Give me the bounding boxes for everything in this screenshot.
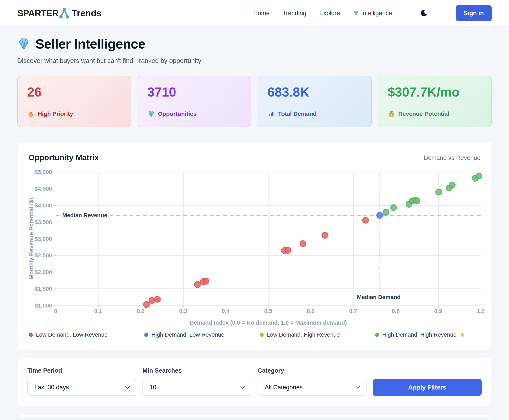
y-tick-mark bbox=[53, 239, 56, 239]
y-tick-label: $1,500 bbox=[35, 286, 52, 292]
nav-item-trending[interactable]: Trending bbox=[283, 10, 306, 17]
y-gridline bbox=[56, 305, 481, 306]
y-tick-mark bbox=[53, 288, 56, 289]
scatter-point[interactable] bbox=[435, 189, 442, 195]
stat-label: High Priority bbox=[38, 111, 73, 117]
brand-logo[interactable]: SPARTER Trends bbox=[17, 8, 101, 19]
scatter-point[interactable] bbox=[476, 173, 482, 179]
money-bag-icon: $ bbox=[388, 110, 395, 118]
scatter-point[interactable] bbox=[143, 301, 150, 308]
x-tick-label: 1.0 bbox=[477, 308, 485, 315]
page-subtitle: Discover what buyers want but can't find… bbox=[17, 57, 492, 65]
x-tick-label: 0.9 bbox=[434, 308, 442, 315]
stat-card-high-priority: 26 High Priority bbox=[17, 76, 131, 127]
scatter-point[interactable] bbox=[322, 232, 328, 239]
stat-card-total-demand: 683.8K Total Demand bbox=[258, 76, 372, 127]
scatter-point[interactable] bbox=[203, 278, 209, 285]
scatter-point[interactable] bbox=[285, 247, 291, 254]
stat-label: Opportunities bbox=[158, 111, 197, 117]
stat-value: $307.7K/mo bbox=[388, 84, 482, 99]
y-gridline bbox=[56, 255, 481, 256]
y-tick-label: $4,500 bbox=[35, 185, 52, 192]
stat-value: 683.8K bbox=[267, 84, 362, 99]
filter-label: Category bbox=[258, 367, 367, 374]
scatter-point[interactable] bbox=[362, 217, 369, 224]
y-tick-mark bbox=[53, 205, 56, 206]
filter-time-period: Time Period Last 30 days bbox=[27, 367, 136, 396]
y-tick-mark bbox=[53, 172, 56, 172]
nav-item-intelligence[interactable]: Intelligence bbox=[353, 10, 392, 17]
median-revenue-label: Median Revenue bbox=[60, 211, 110, 219]
legend-label: High Demand, High Revenue bbox=[383, 331, 457, 338]
x-tick-label: 0.8 bbox=[392, 308, 399, 315]
y-tick-label: $4,000 bbox=[35, 202, 52, 209]
scatter-point[interactable] bbox=[376, 212, 383, 219]
nav-item-explore[interactable]: Explore bbox=[319, 10, 340, 17]
stat-card-opportunities: 3710 Opportunities bbox=[138, 76, 251, 127]
filter-category: Category All Categories bbox=[258, 367, 367, 396]
bar-chart-icon bbox=[267, 110, 275, 118]
x-tick-mark bbox=[481, 305, 481, 308]
stat-label: Total Demand bbox=[278, 111, 317, 117]
x-tick-label: 0.4 bbox=[222, 308, 229, 315]
time-period-select[interactable]: Last 30 days bbox=[27, 379, 136, 396]
y-tick-label: $3,000 bbox=[35, 236, 52, 242]
y-axis-tick-labels: $1,000$1,500$2,000$2,500$3,000$3,500$4,0… bbox=[17, 172, 52, 306]
legend-swatch bbox=[375, 333, 379, 337]
x-axis-title: Demand Index (0.0 = No demand, 1.0 = Max… bbox=[190, 320, 347, 326]
y-tick-mark bbox=[53, 255, 56, 256]
scatter-point[interactable] bbox=[194, 281, 201, 288]
y-gridline bbox=[56, 288, 481, 289]
sign-in-button[interactable]: Sign in bbox=[456, 5, 492, 21]
hero-section: Seller Intelligence Discover what buyers… bbox=[17, 36, 492, 65]
moon-icon bbox=[420, 9, 428, 17]
fire-icon bbox=[27, 110, 35, 118]
select-value: 10+ bbox=[149, 384, 160, 391]
y-tick-mark bbox=[53, 272, 56, 272]
stats-row: 26 High Priority 3710 Opportunities bbox=[17, 76, 492, 127]
dark-mode-toggle[interactable] bbox=[419, 8, 429, 18]
median-revenue-line bbox=[56, 215, 481, 216]
scatter-point[interactable] bbox=[414, 197, 420, 204]
diamond-icon bbox=[148, 110, 155, 118]
select-value: Last 30 days bbox=[34, 384, 69, 391]
y-gridline bbox=[56, 272, 481, 272]
legend-swatch bbox=[144, 333, 148, 337]
apply-filters-button[interactable]: Apply Filters bbox=[373, 379, 482, 396]
y-tick-mark bbox=[53, 305, 56, 306]
chevron-down-icon bbox=[125, 384, 130, 389]
legend-item: Low Demand, Low Revenue bbox=[29, 331, 144, 338]
filter-label: Time Period bbox=[27, 367, 136, 374]
stat-label: Revenue Potential bbox=[398, 111, 450, 117]
chart-legend: Low Demand, Low RevenueHigh Demand, Low … bbox=[29, 331, 491, 338]
scatter-point[interactable] bbox=[300, 240, 306, 247]
scatter-point[interactable] bbox=[154, 296, 161, 303]
y-tick-label: $1,000 bbox=[35, 302, 52, 309]
page-title: Seller Intelligence bbox=[35, 36, 145, 52]
top-navbar: SPARTER Trends Home Trending Explore Int… bbox=[0, 0, 509, 27]
scatter-point[interactable] bbox=[390, 204, 397, 211]
x-tick-label: 0.7 bbox=[349, 308, 357, 315]
stat-value: 3710 bbox=[148, 84, 242, 99]
category-select[interactable]: All Categories bbox=[258, 379, 367, 396]
y-tick-label: $3,500 bbox=[35, 219, 52, 225]
scatter-point[interactable] bbox=[449, 182, 456, 188]
nav-item-home[interactable]: Home bbox=[253, 10, 270, 17]
min-searches-select[interactable]: 10+ bbox=[142, 379, 251, 396]
select-value: All Categories bbox=[265, 384, 303, 391]
svg-text:$: $ bbox=[391, 113, 392, 117]
scatter-point[interactable] bbox=[383, 209, 389, 216]
median-demand-line bbox=[379, 172, 379, 305]
chart-title: Opportunity Matrix bbox=[29, 153, 99, 162]
legend-label: Low Demand, High Revenue bbox=[267, 331, 340, 338]
filters-panel: Time Period Last 30 days Min Searches 10… bbox=[17, 358, 492, 406]
x-tick-label: 0.2 bbox=[137, 308, 144, 315]
brand-suffix: Trends bbox=[72, 8, 101, 18]
y-gridline bbox=[56, 205, 481, 206]
y-gridline bbox=[56, 172, 481, 172]
legend-label: Low Demand, Low Revenue bbox=[36, 331, 108, 338]
x-tick-label: 0.1 bbox=[94, 308, 102, 315]
filter-label: Min Searches bbox=[142, 367, 251, 374]
x-tick-label: 0.5 bbox=[264, 308, 272, 315]
legend-swatch bbox=[260, 333, 264, 337]
